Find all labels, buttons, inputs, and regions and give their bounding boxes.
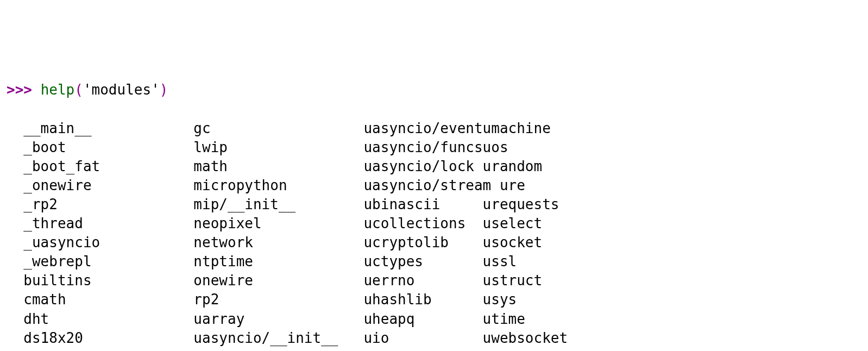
open-paren: (	[74, 82, 83, 98]
repl-terminal[interactable]: >>> help('modules') __main__ gc uasyncio…	[7, 80, 861, 351]
string-arg: 'modules'	[83, 82, 160, 98]
prompt: >>>	[7, 82, 41, 98]
repl-line-input: >>> help('modules')	[7, 82, 168, 98]
modules-output: __main__ gc uasyncio/eventumachine _boot…	[7, 120, 568, 351]
close-paren: )	[160, 82, 168, 98]
func-name: help	[41, 82, 75, 98]
